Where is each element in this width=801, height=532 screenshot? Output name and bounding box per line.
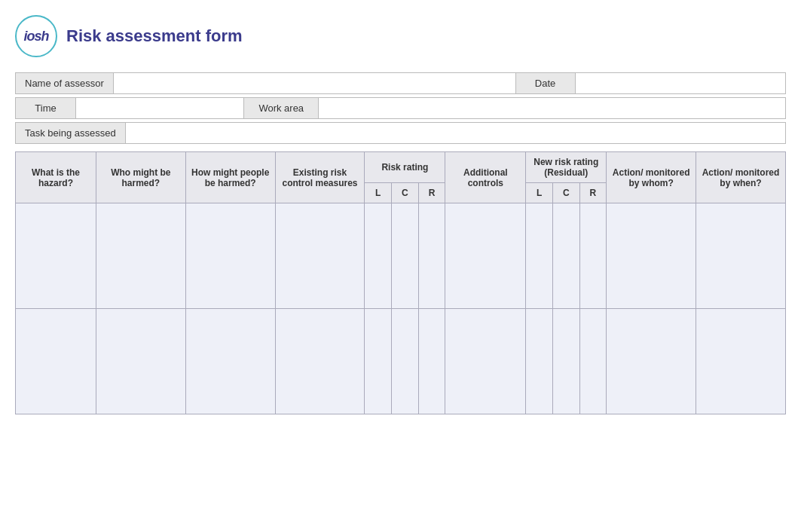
table-row xyxy=(16,203,786,309)
cell-existing[interactable] xyxy=(275,203,365,309)
col-existing: Existing risk control measures xyxy=(275,152,365,203)
cell-new-l[interactable] xyxy=(526,203,553,309)
cell-hazard[interactable] xyxy=(16,203,96,309)
cell-harmed[interactable] xyxy=(96,203,185,309)
assessor-label: Name of assessor xyxy=(16,73,114,93)
cell-action-whom[interactable] xyxy=(607,203,696,309)
assessor-value[interactable] xyxy=(114,73,515,93)
col-new-risk-header: New risk rating (Residual) xyxy=(526,152,607,183)
cell-c[interactable] xyxy=(392,309,419,414)
cell-harmed[interactable] xyxy=(96,309,185,414)
info-section: Name of assessor Date Time Work area Tas… xyxy=(15,72,786,144)
col-c: C xyxy=(392,183,419,203)
col-harmed: Who might be harmed? xyxy=(96,152,185,203)
cell-new-r[interactable] xyxy=(579,203,607,309)
col-risk-rating-header: Risk rating xyxy=(365,152,445,183)
date-value[interactable] xyxy=(576,73,785,93)
cell-action-when[interactable] xyxy=(696,309,786,414)
cell-additional[interactable] xyxy=(445,309,526,414)
col-additional: Additional controls xyxy=(445,152,526,203)
date-label: Date xyxy=(515,73,576,93)
col-new-l: L xyxy=(526,183,553,203)
table-row xyxy=(16,309,786,414)
cell-additional[interactable] xyxy=(445,203,526,309)
iosh-logo: iosh xyxy=(15,15,57,57)
col-how: How might people be harmed? xyxy=(185,152,275,203)
col-new-c: C xyxy=(552,183,579,203)
time-label: Time xyxy=(16,98,76,118)
cell-l[interactable] xyxy=(365,309,392,414)
cell-new-c[interactable] xyxy=(552,309,579,414)
cell-new-r[interactable] xyxy=(579,309,607,414)
col-action-when: Action/ monitored by when? xyxy=(696,152,786,203)
time-value[interactable] xyxy=(76,98,243,118)
risk-assessment-table: What is the hazard? Who might be harmed?… xyxy=(15,151,786,414)
cell-how[interactable] xyxy=(185,309,275,414)
cell-new-l[interactable] xyxy=(526,309,553,414)
cell-existing[interactable] xyxy=(275,309,365,414)
task-value[interactable] xyxy=(126,123,785,143)
col-new-r: R xyxy=(579,183,607,203)
assessor-row: Name of assessor Date xyxy=(15,72,786,94)
work-area-value[interactable] xyxy=(319,98,785,118)
cell-r[interactable] xyxy=(418,203,445,309)
cell-new-c[interactable] xyxy=(552,203,579,309)
col-hazard: What is the hazard? xyxy=(16,152,96,203)
cell-how[interactable] xyxy=(185,203,275,309)
page-title: Risk assessment form xyxy=(66,26,243,46)
task-row: Task being assessed xyxy=(15,122,786,144)
cell-c[interactable] xyxy=(392,203,419,309)
col-r: R xyxy=(418,183,445,203)
cell-action-when[interactable] xyxy=(696,203,786,309)
time-row: Time Work area xyxy=(15,97,786,119)
page-header: iosh Risk assessment form xyxy=(15,15,786,57)
work-area-label: Work area xyxy=(243,98,319,118)
col-l: L xyxy=(365,183,392,203)
cell-r[interactable] xyxy=(418,309,445,414)
cell-action-whom[interactable] xyxy=(607,309,696,414)
cell-hazard[interactable] xyxy=(16,309,96,414)
cell-l[interactable] xyxy=(365,203,392,309)
col-action-whom: Action/ monitored by whom? xyxy=(607,152,696,203)
task-label: Task being assessed xyxy=(16,123,126,143)
